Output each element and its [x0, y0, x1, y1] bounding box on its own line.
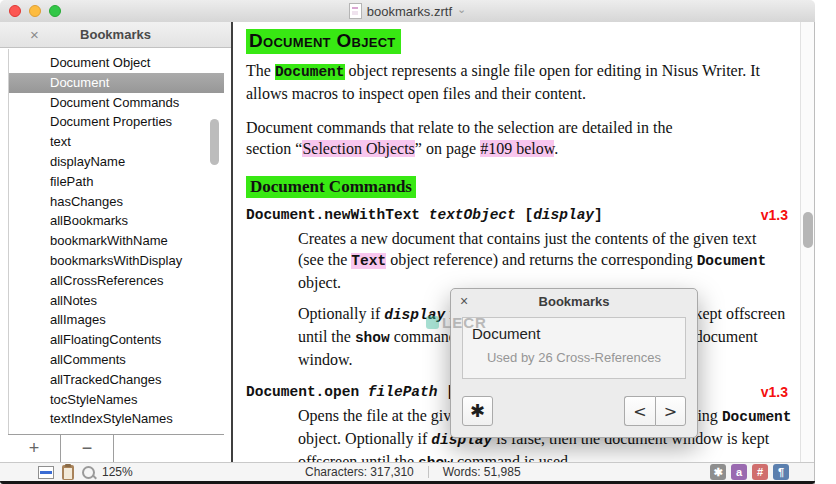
text-segment: Document [275, 64, 345, 80]
bookmark-list-item[interactable]: displayName [9, 152, 224, 172]
bookmarks-list: Document ObjectDocumentDocument Commands… [8, 49, 224, 435]
bookmark-list-item[interactable]: tocStyleNames [9, 390, 224, 410]
characters-count: Characters: 317,310 [305, 465, 414, 479]
bookmarks-popup-panel: × Bookmarks Document Used by 26 Cross-Re… [450, 288, 698, 438]
text-segment: Document.newWithText [246, 207, 429, 223]
bookmark-name: Document [472, 325, 676, 342]
bookmark-list-item[interactable]: allNotes [9, 291, 224, 311]
version-badge: v1.3 [761, 207, 788, 223]
bookmark-list-item[interactable]: text [9, 132, 224, 152]
heading-document-commands: Document Commands [246, 176, 416, 198]
bookmark-list-item[interactable]: Document Properties [9, 112, 224, 132]
heading-document-object: Document Object [246, 29, 401, 54]
bookmark-usage: Used by 26 Cross-References [472, 350, 676, 365]
sidebar-title: Bookmarks [0, 27, 231, 42]
paragraph-creates: Creates a new document that contains jus… [298, 228, 770, 293]
window-title-group: bookmarks.zrtf ⌄ [0, 0, 815, 22]
bookmark-list-item[interactable]: allCrossReferences [9, 271, 224, 291]
bookmark-nav: < > [624, 396, 686, 426]
bookmark-list-item[interactable]: textIndexStyleNames [9, 409, 224, 429]
gear-icon[interactable]: ✱ [462, 396, 493, 426]
sidebar-scrollbar-thumb[interactable] [210, 119, 219, 165]
command-newwithtext-code: Document.newWithText textObject [display… [246, 207, 603, 223]
bookmark-list-item[interactable]: filePath [9, 172, 224, 192]
status-bar: 125% Characters: 317,310 Words: 51,985 ✱… [0, 462, 815, 481]
clipboard-icon[interactable] [62, 465, 74, 480]
add-bookmark-button[interactable]: + [8, 435, 61, 462]
previous-bookmark-button[interactable]: < [624, 396, 655, 426]
window-edge [814, 22, 815, 484]
version-badge: v1.3 [761, 384, 788, 400]
bookmarks-sidebar: × Bookmarks Document ObjectDocumentDocum… [0, 22, 233, 462]
bookmark-list-item[interactable]: allTrackedChanges [9, 370, 224, 390]
text-segment: textObject [429, 207, 516, 223]
remove-bookmark-button[interactable]: − [61, 435, 114, 462]
character-style-icon[interactable]: a [731, 464, 747, 480]
text-segment: The [246, 62, 275, 79]
text-segment: ] [594, 207, 603, 223]
words-count: Words: 51,985 [443, 465, 521, 479]
status-left-group: 125% [38, 463, 133, 481]
gear-icon[interactable]: ✱ [710, 464, 726, 480]
status-center-group: Characters: 317,310 Words: 51,985 [305, 463, 521, 481]
document-view[interactable]: Document Object The Document object repr… [233, 22, 815, 462]
panel-header: × Bookmarks [451, 289, 697, 313]
text-segment: Document [697, 253, 767, 269]
text-segment: object. Optionally if [298, 430, 431, 447]
next-bookmark-button[interactable]: > [655, 396, 686, 426]
text-segment: Selection Objects [302, 140, 414, 157]
title-bar: bookmarks.zrtf ⌄ [0, 0, 815, 23]
text-segment: show [418, 455, 453, 462]
text-segment: Optionally if [298, 305, 384, 322]
bookmark-info-box: Document Used by 26 Cross-References [462, 317, 686, 379]
zoom-level[interactable]: 125% [102, 465, 133, 479]
text-segment: display [384, 307, 445, 323]
text-segment: Document [722, 409, 792, 425]
main-scrollbar-track[interactable] [800, 22, 815, 462]
command-newwithtext: Document.newWithText textObject [display… [246, 207, 788, 225]
text-segment: object reference) and returns the corres… [386, 251, 697, 268]
main-row: × Bookmarks Document ObjectDocumentDocum… [0, 22, 815, 462]
bookmark-list-item[interactable]: allBookmarks [9, 211, 224, 231]
text-segment: display [533, 207, 594, 223]
text-segment: object. [298, 274, 341, 291]
paragraph-intro: The Document object represents a single … [246, 60, 783, 104]
text-segment: #109 below [480, 140, 554, 157]
chevron-down-icon[interactable]: ⌄ [457, 3, 466, 16]
status-divider [428, 466, 429, 478]
panel-controls: ✱ < > [462, 396, 686, 426]
bookmark-list-item[interactable]: allFloatingContents [9, 330, 224, 350]
document-file-icon [349, 3, 362, 19]
text-segment: Document.open [246, 384, 368, 400]
text-segment: [ [516, 207, 533, 223]
text-segment: ” on page [415, 140, 480, 157]
text-segment: filePath [368, 384, 438, 400]
bookmark-list-item[interactable]: Document Commands [9, 93, 224, 113]
bookmark-list-item[interactable]: hasChanges [9, 192, 224, 212]
magnifier-icon[interactable] [82, 466, 95, 479]
paragraph-selection: Document commands that relate to the sel… [246, 117, 698, 159]
page-view-icon[interactable] [38, 466, 54, 479]
text-segment: . [554, 140, 558, 157]
bookmark-list-item[interactable]: bookmarkWithName [9, 231, 224, 251]
invisibles-icon[interactable]: # [752, 464, 768, 480]
sidebar-header: × Bookmarks [0, 22, 231, 48]
bookmark-list-item[interactable]: allComments [9, 350, 224, 370]
bookmark-list-item[interactable]: Document Object [9, 53, 224, 73]
bookmark-list-item[interactable]: bookmarksWithDisplay [9, 251, 224, 271]
pilcrow-icon[interactable]: ¶ [773, 464, 789, 480]
panel-title: Bookmarks [451, 294, 697, 309]
bookmark-list-item[interactable]: allImages [9, 310, 224, 330]
text-segment: command is used. [453, 453, 572, 462]
sidebar-footer: + − [8, 434, 224, 462]
status-right-group: ✱a#¶ [710, 463, 789, 481]
bookmark-list-item[interactable]: Document [9, 73, 224, 93]
app-window: bookmarks.zrtf ⌄ × Bookmarks Document Ob… [0, 0, 815, 484]
window-title: bookmarks.zrtf [367, 4, 452, 19]
main-scrollbar-thumb[interactable] [803, 212, 813, 248]
text-segment: show [355, 330, 390, 346]
text-segment: Text [351, 253, 386, 269]
